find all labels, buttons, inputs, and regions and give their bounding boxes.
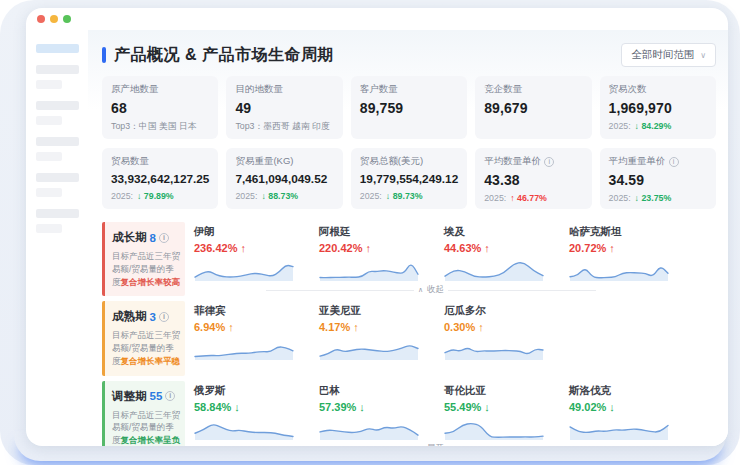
sparkline-chart <box>444 335 544 361</box>
stat-card: 原产地数量68Top3：中国 美国 日本 <box>102 76 218 139</box>
stat-change: 2025:↓ 88.73% <box>235 191 333 201</box>
stats-row-secondary: 贸易数量33,932,642,127.252025:↓ 79.89%贸易重量(K… <box>102 148 716 209</box>
sparkline-chart <box>569 415 669 441</box>
stat-label-text: 贸易数量 <box>111 155 149 168</box>
stat-change: 2025:↓ 84.29% <box>609 121 707 131</box>
stat-card: 贸易次数1,969,9702025:↓ 84.29% <box>600 76 716 139</box>
collapse-toggle[interactable]: ∧收起 <box>266 284 596 296</box>
sidebar-skeleton-bar <box>36 152 62 161</box>
country-growth-rate: 6.94% ↑ <box>194 321 308 333</box>
change-year: 2025: <box>609 121 631 131</box>
lifecycle-category-2[interactable]: 成熟期3i目标产品近三年贸易额/贸易量的季度复合增长率平稳 <box>102 301 185 375</box>
category-title: 调整期55i <box>112 389 180 404</box>
country-growth-rate: 20.72% ↑ <box>569 242 683 254</box>
sidebar-item-active[interactable] <box>36 44 79 53</box>
stat-label-text: 平均数量单价 <box>484 155 541 168</box>
change-value: ↑ 46.77% <box>510 193 547 203</box>
country-grid: 菲律宾6.94% ↑亚美尼亚4.17% ↑厄瓜多尔0.30% ↑ <box>194 304 716 361</box>
sidebar-skeleton-bar <box>36 224 62 233</box>
country-card[interactable]: 哈萨克斯坦20.72% ↑ <box>569 225 683 282</box>
stat-label-text: 原产地数量 <box>111 83 159 96</box>
main-content: 产品概况 & 产品市场生命周期 全部时间范围 ∨ 原产地数量68Top3：中国 … <box>88 30 728 446</box>
country-card[interactable]: 俄罗斯58.84% ↓ <box>194 384 308 441</box>
country-card[interactable]: 厄瓜多尔0.30% ↑ <box>444 304 558 361</box>
sparkline-chart <box>569 256 669 282</box>
category-title: 成长期8i <box>112 230 180 245</box>
sparkline-chart <box>194 335 294 361</box>
minimize-button[interactable] <box>50 15 58 23</box>
change-value: ↓ 79.89% <box>137 191 174 201</box>
stat-label: 平均重量单价i <box>609 155 707 168</box>
sidebar-skeleton-bar <box>36 80 62 89</box>
stat-value: 89,679 <box>484 100 582 116</box>
stat-change: 2025:↓ 79.89% <box>111 191 209 201</box>
sparkline-chart <box>319 256 419 282</box>
country-card[interactable]: 阿根廷220.42% ↑ <box>319 225 433 282</box>
stat-card: 平均数量单价i43.382025:↑ 46.77% <box>475 148 591 209</box>
lifecycle-content: 菲律宾6.94% ↑亚美尼亚4.17% ↑厄瓜多尔0.30% ↑ <box>194 301 716 375</box>
window-titlebar <box>26 8 728 30</box>
sidebar-skeleton-bar <box>36 65 79 74</box>
category-count: 3 <box>150 311 156 323</box>
country-card[interactable]: 伊朗236.42% ↑ <box>194 225 308 282</box>
category-desc-keyword: 复合增长率呈负 <box>121 435 181 445</box>
stat-value: 1,969,970 <box>609 100 707 116</box>
close-button[interactable] <box>37 15 45 23</box>
country-name: 斯洛伐克 <box>569 384 683 398</box>
country-card[interactable]: 哥伦比亚55.49% ↓ <box>444 384 558 441</box>
sidebar-skeleton-bar <box>36 116 62 125</box>
info-icon: i <box>159 233 169 243</box>
country-growth-rate: 44.63% ↑ <box>444 242 558 254</box>
category-count: 8 <box>150 232 156 244</box>
sidebar-skeleton-bar <box>36 188 62 197</box>
stat-label-text: 目的地数量 <box>235 83 283 96</box>
lifecycle-category-3[interactable]: 调整期55i目标产品近三年贸易额/贸易量的季度复合增长率呈负 <box>102 381 185 447</box>
sparkline-chart <box>194 256 294 282</box>
stat-label: 客户数量 <box>360 83 458 96</box>
window-body: 产品概况 & 产品市场生命周期 全部时间范围 ∨ 原产地数量68Top3：中国 … <box>26 30 728 446</box>
page-header: 产品概况 & 产品市场生命周期 全部时间范围 ∨ <box>102 43 716 67</box>
stat-top3: Top3：中国 美国 日本 <box>111 121 209 133</box>
category-description: 目标产品近三年贸易额/贸易量的季度复合增长率较高 <box>112 250 180 288</box>
stat-label: 贸易总额(美元) <box>360 155 458 168</box>
lifecycle-category-1[interactable]: 成长期8i目标产品近三年贸易额/贸易量的季度复合增长率较高 <box>102 222 185 296</box>
lifecycle-row: 调整期55i目标产品近三年贸易额/贸易量的季度复合增长率呈负俄罗斯58.84% … <box>102 381 716 447</box>
toggle-label: 收起 <box>427 284 444 296</box>
lifecycle-row: 成熟期3i目标产品近三年贸易额/贸易量的季度复合增长率平稳菲律宾6.94% ↑亚… <box>102 301 716 375</box>
info-icon: i <box>544 157 554 167</box>
info-icon: i <box>669 157 679 167</box>
category-desc-keyword: 复合增长率较高 <box>121 277 181 287</box>
country-name: 俄罗斯 <box>194 384 308 398</box>
change-value: ↓ 23.75% <box>635 193 672 203</box>
time-range-select[interactable]: 全部时间范围 ∨ <box>621 43 716 67</box>
chevron-down-icon: ∨ <box>418 445 423 447</box>
change-year: 2025: <box>609 193 631 203</box>
country-card[interactable]: 斯洛伐克49.02% ↓ <box>569 384 683 441</box>
category-name: 成熟期 <box>112 309 147 324</box>
toggle-label: 展开 <box>427 443 444 447</box>
country-growth-rate: 49.02% ↓ <box>569 401 683 413</box>
country-growth-rate: 4.17% ↑ <box>319 321 433 333</box>
lifecycle-content: 俄罗斯58.84% ↓巴林57.39% ↓哥伦比亚55.49% ↓斯洛伐克49.… <box>194 381 716 447</box>
country-growth-rate: 220.42% ↑ <box>319 242 433 254</box>
country-growth-rate: 236.42% ↑ <box>194 242 308 254</box>
country-card[interactable]: 埃及44.63% ↑ <box>444 225 558 282</box>
zoom-button[interactable] <box>63 15 71 23</box>
stat-value: 43.38 <box>484 172 582 188</box>
stat-label: 目的地数量 <box>235 83 333 96</box>
sparkline-chart <box>319 335 419 361</box>
stat-value: 49 <box>235 100 333 116</box>
stat-label: 竞企数量 <box>484 83 582 96</box>
country-card[interactable]: 巴林57.39% ↓ <box>319 384 433 441</box>
stat-label: 贸易重量(KG) <box>235 155 333 168</box>
stat-value: 34.59 <box>609 172 707 188</box>
chevron-down-icon: ∨ <box>700 51 706 60</box>
stat-label: 贸易数量 <box>111 155 209 168</box>
country-card[interactable]: 菲律宾6.94% ↑ <box>194 304 308 361</box>
change-value: ↓ 88.73% <box>261 191 298 201</box>
country-card[interactable]: 亚美尼亚4.17% ↑ <box>319 304 433 361</box>
stat-value: 68 <box>111 100 209 116</box>
sidebar-skeleton-bar <box>36 137 79 146</box>
stat-change: 2025:↑ 46.77% <box>484 193 582 203</box>
expand-toggle[interactable]: ∨展开 <box>266 443 596 447</box>
